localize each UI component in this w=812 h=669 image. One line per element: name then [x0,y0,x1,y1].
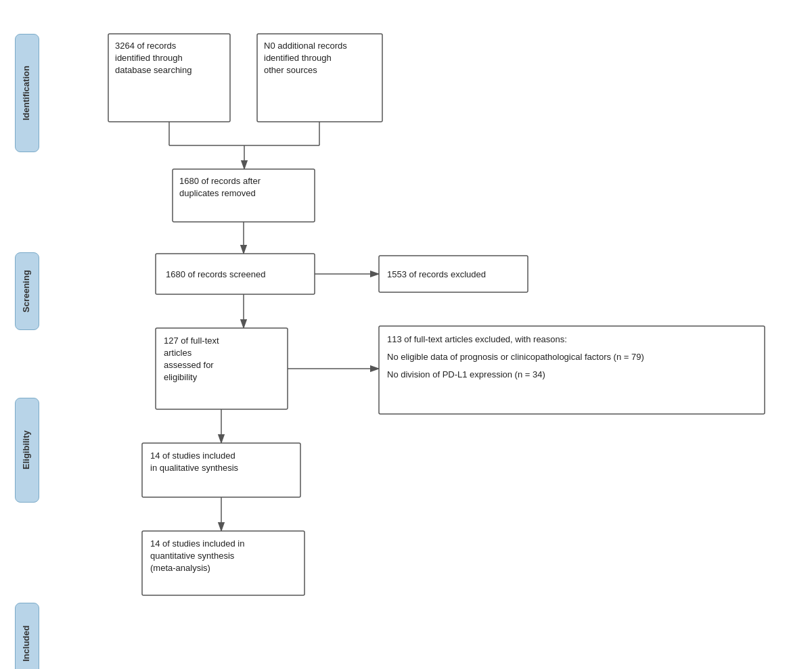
records-screened-text: 1680 of records screened [166,269,265,279]
phase-included-label: Included [15,603,39,669]
phase-eligibility-label: Eligibility [15,398,39,503]
main-flow-area: 3264 of records identified through datab… [54,14,812,669]
phase-identification-label: Identification [15,34,39,152]
sidebar: Identification Screening Eligibility Inc… [0,14,54,669]
flow-diagram-svg: 3264 of records identified through datab… [68,20,798,669]
phase-screening-label: Screening [15,252,39,330]
records-excluded-text: 1553 of records excluded [387,269,486,279]
prisma-diagram: Identification Screening Eligibility Inc… [0,0,812,669]
